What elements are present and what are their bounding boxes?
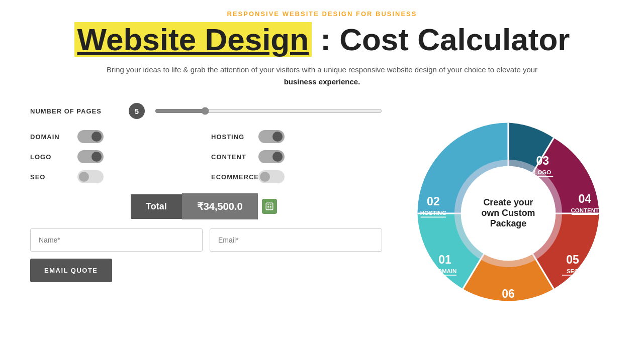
email-quote-button[interactable]: EMAIL QUOTE: [30, 259, 112, 282]
ecommerce-label: ECOMMERCE: [211, 173, 251, 181]
hosting-seg-label: HOSTING: [420, 210, 446, 216]
domain-toggle[interactable]: [77, 130, 104, 143]
top-label: RESPONSIVE WEBSITE DESIGN FOR BUSINESS: [30, 10, 614, 18]
calculator-icon: [262, 199, 277, 214]
total-label: Total: [131, 194, 182, 219]
logo-label: LOGO: [30, 153, 70, 161]
options-grid: DOMAIN HOSTING: [30, 130, 382, 183]
title-highlight: Website Design: [74, 22, 312, 57]
hosting-num: 02: [427, 195, 440, 208]
svg-rect-0: [266, 203, 273, 210]
domain-seg-label: DOMAIN: [433, 268, 456, 274]
option-hosting: HOSTING: [211, 130, 382, 143]
option-domain: DOMAIN: [30, 130, 201, 143]
pages-label: NUMBER OF PAGES: [30, 107, 121, 115]
center-text-line3: Package: [490, 218, 526, 228]
content-label: CONTENT: [211, 153, 251, 161]
left-panel: NUMBER OF PAGES 5 DOMAIN HOSTIN: [30, 103, 382, 282]
option-seo: SEO: [30, 170, 201, 183]
svg-rect-1: [267, 204, 269, 205]
center-text-line1: Create your: [483, 197, 533, 207]
logo-toggle[interactable]: [77, 150, 104, 163]
main-title: Website Design : Cost Calculator: [30, 23, 614, 57]
title-rest: : Cost Calculator: [320, 22, 570, 57]
content-toggle[interactable]: [258, 150, 285, 163]
ecommerce-seg-label: ECOMMERCE: [489, 302, 527, 308]
domain-num: 01: [438, 253, 451, 266]
hosting-label: HOSTING: [211, 133, 251, 141]
total-row: Total ₹34,500.0: [30, 193, 332, 219]
right-panel: 03 LOGO 04 CONTENT 05 SEO 06 ECOMMERCE: [402, 103, 614, 324]
ecommerce-num: 06: [502, 287, 515, 300]
logo-num: 03: [536, 155, 549, 168]
svg-rect-2: [269, 204, 271, 205]
pages-row: NUMBER OF PAGES 5: [30, 103, 382, 119]
pie-chart: 03 LOGO 04 CONTENT 05 SEO 06 ECOMMERCE: [403, 108, 614, 319]
pages-slider[interactable]: [155, 107, 382, 115]
option-ecommerce: ECOMMERCE: [211, 170, 382, 183]
center-text-line2: own Custom: [481, 208, 535, 218]
name-input[interactable]: [30, 228, 203, 252]
pie-svg: 03 LOGO 04 CONTENT 05 SEO 06 ECOMMERCE: [403, 108, 614, 319]
ecommerce-toggle[interactable]: [258, 170, 285, 183]
svg-rect-5: [267, 207, 269, 208]
svg-rect-4: [269, 206, 271, 207]
content-seg-label: CONTENT: [571, 207, 599, 213]
seo-num: 05: [566, 253, 579, 266]
pages-value: 5: [129, 103, 145, 119]
form-row: [30, 228, 382, 252]
total-box: Total ₹34,500.0: [131, 193, 277, 219]
content-num: 04: [578, 192, 591, 205]
seo-seg-label: SEO: [566, 268, 578, 274]
option-logo: LOGO: [30, 150, 201, 163]
svg-rect-6: [269, 207, 271, 208]
hosting-toggle[interactable]: [258, 130, 285, 143]
total-value: ₹34,500.0: [182, 193, 258, 219]
logo-seg-label: LOGO: [534, 169, 551, 175]
subtitle: Bring your ideas to life & grab the atte…: [30, 64, 614, 88]
seo-label: SEO: [30, 173, 70, 181]
svg-rect-3: [267, 206, 269, 207]
option-content: CONTENT: [211, 150, 382, 163]
domain-label: DOMAIN: [30, 133, 70, 141]
email-input[interactable]: [210, 228, 382, 252]
seo-toggle[interactable]: [77, 170, 104, 183]
